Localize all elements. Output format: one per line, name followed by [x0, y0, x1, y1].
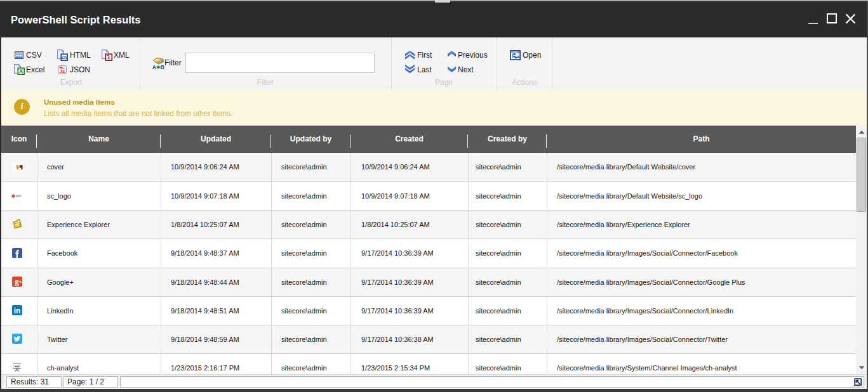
- svg-text:ch: ch: [62, 55, 67, 60]
- svg-text:+: +: [19, 279, 22, 285]
- svg-text:Js: Js: [59, 69, 65, 74]
- svg-text:X: X: [19, 68, 23, 74]
- svg-text:B: B: [161, 64, 164, 70]
- svg-text:A: A: [152, 64, 156, 70]
- svg-text:in: in: [14, 306, 21, 315]
